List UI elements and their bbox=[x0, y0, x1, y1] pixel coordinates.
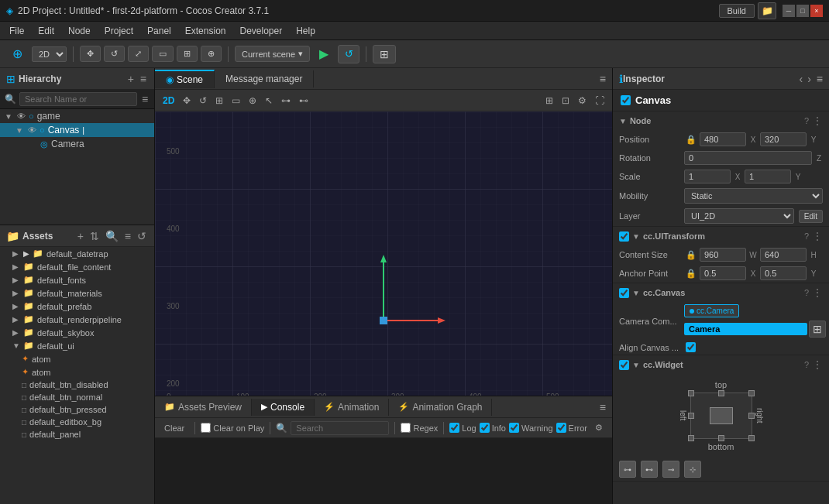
widget-handle-tc[interactable] bbox=[718, 390, 724, 396]
cc-canvas-help-icon[interactable]: ? bbox=[804, 288, 809, 297]
canvas-enable-checkbox[interactable] bbox=[621, 95, 631, 105]
widget-handle-ml[interactable] bbox=[688, 413, 694, 419]
scene-anchor-btn[interactable]: ⊕ bbox=[246, 94, 260, 108]
widget-handle-tr[interactable] bbox=[748, 390, 755, 396]
scene-panel-menu[interactable]: ≡ bbox=[593, 73, 612, 85]
scene-rotate-btn[interactable]: ↺ bbox=[196, 94, 210, 108]
asset-item-btn-disabled[interactable]: □ default_btn_disabled bbox=[0, 379, 154, 391]
menu-panel[interactable]: Panel bbox=[141, 24, 177, 38]
cc-widget-help-icon[interactable]: ? bbox=[804, 360, 809, 369]
uitransform-help-icon[interactable]: ? bbox=[804, 231, 809, 241]
info-checkbox[interactable] bbox=[480, 423, 490, 433]
menu-file[interactable]: File bbox=[3, 24, 30, 38]
menu-edit[interactable]: Edit bbox=[32, 24, 60, 38]
tab-console[interactable]: ▶ Console bbox=[252, 399, 315, 416]
rotation-z-input[interactable] bbox=[684, 151, 812, 165]
widget-icon-btn-1[interactable]: ⊶ bbox=[619, 461, 636, 478]
anchor-point-lock[interactable]: 🔒 bbox=[686, 269, 697, 279]
scene-select-btn[interactable]: ▭ bbox=[229, 94, 243, 108]
asset-item-fonts[interactable]: ▶ 📁 default_fonts bbox=[0, 273, 154, 286]
widget-icon-btn-2[interactable]: ⊷ bbox=[641, 461, 658, 478]
rect-tool[interactable]: ▭ bbox=[152, 46, 174, 62]
cc-widget-more-icon[interactable]: ⋮ bbox=[812, 358, 823, 371]
refresh-button[interactable]: ↺ bbox=[338, 45, 359, 63]
tree-item-game[interactable]: ▼ 👁 ○ game bbox=[0, 109, 154, 123]
content-size-w-input[interactable] bbox=[700, 248, 746, 262]
restore-button[interactable]: □ bbox=[796, 5, 809, 17]
asset-item-renderpipeline[interactable]: ▶ 📁 default_renderpipeline bbox=[0, 313, 154, 326]
scene-view[interactable]: 0 100 200 300 400 500 600 700 800 500 40… bbox=[155, 111, 612, 396]
scene-settings-btn[interactable]: ⚙ bbox=[575, 94, 590, 108]
widget-handle-tl[interactable] bbox=[688, 390, 694, 396]
camera-pick-btn[interactable]: ⊞ bbox=[809, 321, 826, 338]
clear-on-play-checkbox[interactable] bbox=[201, 423, 211, 433]
inspector-menu-btn[interactable]: ≡ bbox=[817, 73, 823, 85]
menu-project[interactable]: Project bbox=[98, 24, 139, 38]
tree-item-camera[interactable]: ▶ ◎ Camera bbox=[0, 137, 154, 151]
hierarchy-search-input[interactable] bbox=[19, 92, 137, 106]
node-help-icon[interactable]: ? bbox=[804, 116, 809, 125]
cc-canvas-checkbox[interactable] bbox=[619, 288, 629, 298]
tab-animation[interactable]: ⚡ Animation bbox=[315, 399, 389, 416]
anchor-point-y-input[interactable] bbox=[760, 266, 807, 280]
node-more-icon[interactable]: ⋮ bbox=[812, 115, 823, 127]
asset-item-atom2[interactable]: ✦ atom bbox=[0, 365, 154, 379]
asset-item-ui[interactable]: ▼ 📁 default_ui bbox=[0, 339, 154, 352]
camera-value-input[interactable] bbox=[684, 323, 807, 335]
asset-item-btn-normal[interactable]: □ default_btn_normal bbox=[0, 391, 154, 403]
cc-canvas-more-icon[interactable]: ⋮ bbox=[812, 286, 823, 299]
position-y-input[interactable] bbox=[760, 132, 807, 146]
scene-2d-toggle[interactable]: 2D bbox=[160, 94, 177, 108]
layer-select[interactable]: UI_2D DEFAULT bbox=[684, 208, 794, 224]
menu-extension[interactable]: Extension bbox=[179, 24, 232, 38]
align-canvas-checkbox[interactable] bbox=[686, 342, 696, 352]
scene-scale-btn[interactable]: ⊞ bbox=[212, 94, 226, 108]
scene-fullscreen-btn[interactable]: ⛶ bbox=[592, 94, 607, 108]
tab-assets-preview[interactable]: 📁 Assets Preview bbox=[155, 399, 252, 416]
scene-align-h[interactable]: ⊶ bbox=[278, 94, 294, 108]
assets-add-btn[interactable]: + bbox=[76, 230, 85, 242]
regex-checkbox[interactable] bbox=[401, 423, 411, 433]
warning-label[interactable]: Warning bbox=[509, 423, 553, 433]
warning-checkbox[interactable] bbox=[509, 423, 519, 433]
tab-message-manager[interactable]: Message manager bbox=[215, 70, 314, 87]
hierarchy-menu-btn[interactable]: ≡ bbox=[139, 73, 148, 85]
cc-canvas-header[interactable]: ▼ cc.Canvas ? ⋮ bbox=[613, 283, 829, 302]
tab-scene[interactable]: ◉ Scene bbox=[155, 70, 215, 88]
asset-item-atom1[interactable]: ✦ atom bbox=[0, 352, 154, 365]
position-lock-icon[interactable]: 🔒 bbox=[686, 135, 697, 145]
layer-edit-button[interactable]: Edit bbox=[799, 210, 823, 223]
anchor-point-x-input[interactable] bbox=[700, 266, 746, 280]
asset-item-skybox[interactable]: ▶ 📁 default_skybox bbox=[0, 326, 154, 339]
transform-tool[interactable]: ⊞ bbox=[177, 46, 198, 62]
mode-button[interactable]: ⊕ bbox=[6, 44, 29, 63]
console-panel-menu[interactable]: ≡ bbox=[593, 401, 612, 413]
menu-developer[interactable]: Developer bbox=[233, 24, 288, 38]
error-label[interactable]: Error bbox=[556, 423, 587, 433]
scene-viewport-btn2[interactable]: ⊡ bbox=[559, 94, 573, 108]
inspector-nav-prev[interactable]: ‹ bbox=[796, 73, 805, 85]
mobility-select[interactable]: Static Dynamic Kinematic bbox=[684, 188, 823, 204]
scale-tool[interactable]: ⤢ bbox=[128, 46, 149, 62]
asset-item-editbox-bg[interactable]: □ default_editbox_bg bbox=[0, 416, 154, 428]
scale-x-input[interactable] bbox=[684, 170, 731, 183]
widget-handle-bl[interactable] bbox=[688, 435, 694, 441]
console-settings-btn[interactable]: ⚙ bbox=[590, 422, 607, 434]
regex-label[interactable]: Regex bbox=[401, 423, 438, 433]
clear-button[interactable]: Clear bbox=[160, 423, 189, 434]
cc-widget-header[interactable]: ▼ cc.Widget ? ⋮ bbox=[613, 355, 829, 374]
inspector-nav-next[interactable]: › bbox=[805, 73, 814, 85]
close-button[interactable]: × bbox=[810, 5, 823, 17]
scene-selector[interactable]: Current scene ▾ bbox=[235, 46, 310, 62]
assets-list-btn[interactable]: ≡ bbox=[123, 230, 132, 242]
widget-handle-bc[interactable] bbox=[718, 435, 724, 441]
log-label[interactable]: Log bbox=[449, 423, 476, 433]
hierarchy-list-btn[interactable]: ≡ bbox=[140, 93, 150, 105]
scene-arrow-btn[interactable]: ↖ bbox=[262, 94, 276, 108]
console-search-input[interactable] bbox=[291, 421, 389, 435]
rotate-tool[interactable]: ↺ bbox=[104, 46, 125, 62]
asset-item-materials[interactable]: ▶ 📁 default_materials bbox=[0, 286, 154, 300]
scene-move-btn[interactable]: ✥ bbox=[180, 94, 194, 108]
asset-item-file-content[interactable]: ▶ 📁 default_file_content bbox=[0, 260, 154, 273]
uitransform-more-icon[interactable]: ⋮ bbox=[812, 230, 823, 242]
